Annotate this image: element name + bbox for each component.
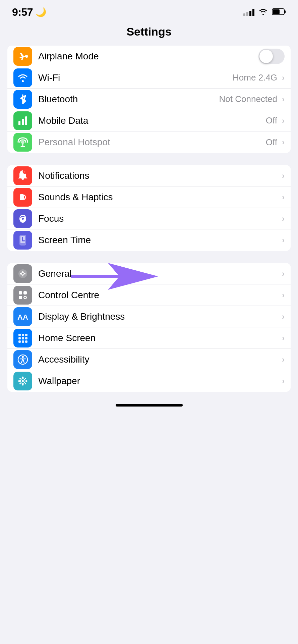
alerts-group: ! Notifications › Sounds & Haptics › Foc… bbox=[7, 165, 291, 251]
svg-rect-40 bbox=[22, 340, 24, 343]
svg-rect-28 bbox=[23, 291, 27, 294]
svg-rect-11 bbox=[20, 194, 24, 200]
bluetooth-label: Bluetooth bbox=[38, 94, 219, 105]
screen-time-row[interactable]: Screen Time › bbox=[7, 229, 291, 251]
battery-icon bbox=[272, 8, 286, 17]
sounds-haptics-icon bbox=[13, 188, 32, 207]
svg-rect-3 bbox=[18, 121, 20, 125]
svg-point-31 bbox=[24, 297, 26, 298]
mobile-data-value: Off bbox=[266, 115, 277, 126]
wallpaper-label: Wallpaper bbox=[38, 376, 281, 386]
accessibility-row[interactable]: Accessibility › bbox=[7, 349, 291, 370]
svg-text:AA: AA bbox=[17, 313, 28, 321]
home-screen-chevron: › bbox=[282, 333, 285, 343]
control-centre-label: Control Centre bbox=[38, 290, 281, 301]
display-brightness-chevron: › bbox=[282, 312, 285, 321]
svg-point-52 bbox=[19, 383, 21, 384]
general-label: General bbox=[38, 268, 281, 279]
status-time: 9:57 bbox=[12, 6, 33, 18]
display-group: General › Control Centre › AA Display & … bbox=[7, 263, 291, 392]
svg-rect-19 bbox=[22, 275, 23, 276]
personal-hotspot-value: Off bbox=[266, 137, 277, 148]
wifi-icon bbox=[13, 68, 32, 87]
general-icon bbox=[13, 264, 32, 283]
focus-row[interactable]: Focus › bbox=[7, 208, 291, 229]
svg-rect-33 bbox=[18, 334, 21, 336]
bluetooth-row[interactable]: Bluetooth Not Connected › bbox=[7, 89, 291, 110]
mobile-data-row[interactable]: Mobile Data Off › bbox=[7, 110, 291, 131]
focus-chevron: › bbox=[282, 214, 285, 223]
connectivity-group: Airplane Mode Wi-Fi Home 2.4G › Bluetoot… bbox=[7, 46, 291, 153]
svg-rect-2 bbox=[273, 9, 280, 14]
display-brightness-icon: AA bbox=[13, 307, 32, 326]
mobile-data-label: Mobile Data bbox=[38, 115, 266, 126]
wifi-chevron: › bbox=[282, 73, 285, 83]
control-centre-row[interactable]: Control Centre › bbox=[7, 284, 291, 306]
airplane-mode-row[interactable]: Airplane Mode bbox=[7, 46, 291, 67]
wifi-row[interactable]: Wi-Fi Home 2.4G › bbox=[7, 67, 291, 89]
personal-hotspot-row[interactable]: Personal Hotspot Off › bbox=[7, 131, 291, 153]
home-screen-row[interactable]: Home Screen › bbox=[7, 327, 291, 349]
svg-point-12 bbox=[22, 218, 24, 220]
svg-point-50 bbox=[19, 378, 21, 379]
mobile-data-chevron: › bbox=[282, 116, 285, 125]
svg-point-47 bbox=[22, 384, 24, 386]
focus-icon bbox=[13, 209, 32, 228]
svg-point-51 bbox=[25, 378, 26, 379]
airplane-mode-label: Airplane Mode bbox=[38, 51, 258, 62]
svg-point-53 bbox=[25, 383, 26, 384]
personal-hotspot-icon bbox=[13, 133, 32, 152]
home-bar bbox=[116, 404, 183, 407]
bluetooth-chevron: › bbox=[282, 95, 285, 104]
home-screen-label: Home Screen bbox=[38, 333, 281, 343]
notifications-chevron: › bbox=[282, 171, 285, 180]
accessibility-label: Accessibility bbox=[38, 354, 281, 365]
page-title: Settings bbox=[0, 22, 298, 46]
svg-text:!: ! bbox=[24, 171, 25, 174]
svg-rect-4 bbox=[22, 119, 24, 125]
personal-hotspot-chevron: › bbox=[282, 138, 285, 147]
svg-point-43 bbox=[22, 356, 24, 358]
sounds-haptics-chevron: › bbox=[282, 193, 285, 202]
status-icons bbox=[243, 8, 286, 17]
toggle-knob bbox=[259, 50, 273, 63]
screen-time-chevron: › bbox=[282, 235, 285, 245]
wallpaper-icon bbox=[13, 372, 32, 390]
wallpaper-row[interactable]: Wallpaper › bbox=[7, 370, 291, 392]
mobile-data-icon bbox=[13, 111, 32, 130]
svg-rect-1 bbox=[284, 10, 286, 13]
svg-point-17 bbox=[22, 273, 24, 274]
general-row[interactable]: General › bbox=[7, 263, 291, 284]
svg-point-49 bbox=[26, 380, 27, 382]
bluetooth-icon bbox=[13, 90, 32, 109]
personal-hotspot-label: Personal Hotspot bbox=[38, 137, 266, 148]
svg-point-46 bbox=[22, 377, 24, 378]
svg-rect-41 bbox=[25, 340, 27, 343]
status-bar: 9:57 🌙 bbox=[0, 0, 298, 22]
svg-rect-39 bbox=[18, 340, 21, 343]
svg-rect-27 bbox=[19, 291, 22, 294]
wifi-label: Wi-Fi bbox=[38, 72, 233, 83]
display-brightness-row[interactable]: AA Display & Brightness › bbox=[7, 306, 291, 327]
svg-rect-5 bbox=[25, 116, 27, 125]
svg-point-48 bbox=[18, 380, 20, 382]
svg-rect-29 bbox=[19, 296, 22, 299]
svg-point-45 bbox=[22, 380, 24, 382]
notifications-icon: ! bbox=[13, 166, 32, 185]
control-centre-icon bbox=[13, 286, 32, 305]
svg-rect-38 bbox=[25, 337, 27, 339]
signal-strength-icon bbox=[243, 9, 254, 16]
wifi-status-icon bbox=[258, 8, 269, 17]
svg-rect-34 bbox=[22, 334, 24, 336]
control-centre-chevron: › bbox=[282, 290, 285, 300]
wallpaper-chevron: › bbox=[282, 376, 285, 386]
sounds-haptics-row[interactable]: Sounds & Haptics › bbox=[7, 186, 291, 208]
notifications-row[interactable]: ! Notifications › bbox=[7, 165, 291, 186]
notifications-label: Notifications bbox=[38, 170, 281, 181]
general-chevron: › bbox=[282, 269, 285, 278]
svg-rect-35 bbox=[25, 334, 27, 336]
display-brightness-label: Display & Brightness bbox=[38, 311, 281, 322]
home-screen-icon bbox=[13, 329, 32, 347]
airplane-mode-toggle[interactable] bbox=[258, 49, 285, 64]
moon-icon: 🌙 bbox=[36, 7, 46, 17]
